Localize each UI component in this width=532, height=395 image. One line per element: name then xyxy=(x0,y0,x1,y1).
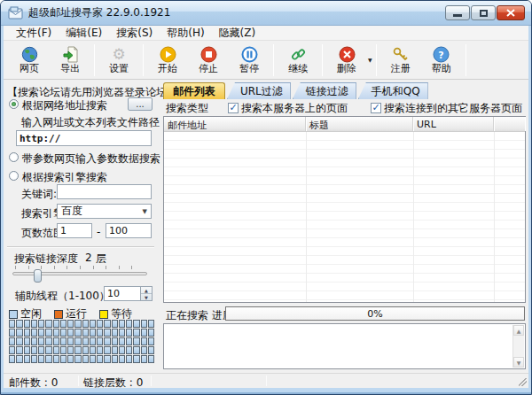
minimize-button[interactable] xyxy=(445,5,470,20)
thread-cell xyxy=(16,320,22,328)
toolbar-button-help[interactable]: ? 帮助 xyxy=(421,42,462,79)
progress-bar: 0% xyxy=(225,306,525,321)
toolbar-button-start[interactable]: 开始 xyxy=(147,42,188,79)
tab-url-filter[interactable]: URL过滤 xyxy=(227,82,291,99)
menu-file[interactable]: 文件(F) xyxy=(9,25,59,42)
slider-track[interactable] xyxy=(12,272,147,275)
thread-cell xyxy=(126,346,132,354)
checkbox-search-local-server-label[interactable]: 搜索本服务器上的页面 xyxy=(241,101,348,116)
idle-swatch xyxy=(9,310,18,319)
checkbox-search-local-server[interactable]: ✓ xyxy=(228,103,239,113)
thread-cell xyxy=(148,337,154,345)
export-icon xyxy=(61,45,79,63)
tab-bar: 邮件列表 URL过滤 链接过滤 手机和QQ xyxy=(163,82,430,99)
thread-cell xyxy=(126,337,132,345)
thread-cell xyxy=(31,320,37,328)
menu-hide[interactable]: 隐藏(Z) xyxy=(212,25,263,42)
radio-search-by-engine-label[interactable]: 根据搜索引擎搜索 xyxy=(22,170,107,185)
thread-cell xyxy=(60,320,66,328)
thread-cell xyxy=(38,355,44,363)
menu-search[interactable]: 搜索(S) xyxy=(109,25,160,42)
column-divider xyxy=(494,132,495,302)
toolbar-button-settings[interactable]: ⚙ 设置 xyxy=(98,42,139,79)
column-header-title[interactable]: 标题 xyxy=(306,117,413,131)
thread-cell xyxy=(90,320,96,328)
thread-cell xyxy=(133,329,139,337)
thread-cell xyxy=(24,355,30,363)
threads-input[interactable]: 10 xyxy=(104,286,141,301)
browse-button[interactable]: ... xyxy=(128,97,153,111)
stop-icon xyxy=(200,45,217,63)
delete-dropdown-arrow[interactable]: ▼ xyxy=(368,57,372,63)
thread-cell xyxy=(141,346,147,354)
thread-cell xyxy=(53,329,59,337)
thread-cell xyxy=(119,355,125,363)
checkbox-search-other-servers-label[interactable]: 搜索连接到的其它服务器页面 xyxy=(384,101,522,116)
spinner-down-icon[interactable]: ▼ xyxy=(141,293,152,300)
depth-slider[interactable] xyxy=(12,266,147,275)
url-input[interactable]: http:// xyxy=(16,130,152,146)
thread-cell xyxy=(90,355,96,363)
toolbar-button-stop[interactable]: 停止 xyxy=(188,42,229,79)
thread-cell xyxy=(141,320,147,328)
keyword-input[interactable] xyxy=(57,184,152,199)
toolbar-button-delete[interactable]: 删除 xyxy=(326,42,367,79)
radio-search-by-params-label[interactable]: 带参数网页输入参数数据搜索 xyxy=(22,151,160,167)
progress-percent: 0% xyxy=(367,308,382,320)
threads-label: 辅助线程（1-100） xyxy=(15,289,110,304)
log-area[interactable]: ▲ ▼ xyxy=(163,323,526,369)
column-header-email[interactable]: 邮件地址 xyxy=(164,117,306,131)
thread-cell xyxy=(104,337,110,345)
toolbar-button-export[interactable]: 导出 xyxy=(50,42,90,79)
radio-search-by-engine[interactable] xyxy=(9,171,19,181)
table-body[interactable] xyxy=(164,132,525,302)
thread-cell xyxy=(38,337,44,345)
close-button[interactable] xyxy=(497,5,525,20)
maximize-button[interactable] xyxy=(471,5,496,20)
thread-cell xyxy=(16,337,22,345)
tab-phone-qq[interactable]: 手机和QQ xyxy=(358,82,428,99)
search-type-row: 搜索类型 ✓ 搜索本服务器上的页面 ✓ 搜索连接到的其它服务器页面 xyxy=(163,100,522,116)
thread-grid xyxy=(9,320,154,363)
thread-cell xyxy=(104,346,110,354)
status-divider xyxy=(78,376,79,386)
checkbox-search-other-servers[interactable]: ✓ xyxy=(371,103,381,113)
tab-email-list[interactable]: 邮件列表 xyxy=(163,82,225,99)
log-scrollbar[interactable]: ▲ ▼ xyxy=(512,325,524,368)
check-icon: ✓ xyxy=(372,104,379,112)
tab-link-filter[interactable]: 链接过滤 xyxy=(293,82,356,99)
toolbar-separator xyxy=(143,44,144,76)
thread-cell xyxy=(97,346,103,354)
depth-unit: 层 xyxy=(96,252,106,267)
scroll-down-icon[interactable]: ▼ xyxy=(513,357,524,368)
thread-cell xyxy=(31,346,37,354)
toolbar-separator xyxy=(94,44,95,76)
menu-edit[interactable]: 编辑(E) xyxy=(59,25,109,42)
engine-select[interactable]: 百度 ▼ xyxy=(57,204,152,219)
thread-cell xyxy=(38,329,44,337)
page-range-dash: - xyxy=(97,226,100,238)
thread-cell xyxy=(9,355,15,363)
thread-cell xyxy=(82,337,89,345)
radio-search-by-url[interactable] xyxy=(9,99,19,109)
resize-grip[interactable] xyxy=(519,378,527,386)
delete-button-group: 删除 ▼ xyxy=(326,42,372,79)
toolbar-button-register[interactable]: 注册 xyxy=(380,42,421,79)
thread-cell xyxy=(24,346,30,354)
window-title: 超级邮址搜寻家 22.9.0.1921 xyxy=(28,5,170,20)
toolbar-button-continue[interactable]: 继续 xyxy=(278,42,318,79)
thread-cell xyxy=(16,355,22,363)
slider-thumb[interactable] xyxy=(34,269,42,283)
toolbar-button-pause[interactable]: 暂停 xyxy=(229,42,270,79)
page-to-input[interactable]: 100 xyxy=(106,223,152,238)
thread-cell xyxy=(67,346,74,354)
menu-help[interactable]: 帮助(H) xyxy=(160,25,211,42)
spinner-up-icon[interactable]: ▲ xyxy=(141,287,152,293)
page-from-input[interactable]: 1 xyxy=(57,223,92,238)
radio-search-by-url-label[interactable]: 根据网络地址搜索 xyxy=(22,98,107,113)
scroll-up-icon[interactable]: ▲ xyxy=(513,325,524,336)
engine-select-value: 百度 xyxy=(61,204,82,219)
column-header-url[interactable]: URL xyxy=(413,117,494,131)
radio-search-by-params[interactable] xyxy=(9,152,19,162)
toolbar-button-web[interactable]: 网页 xyxy=(9,42,50,79)
